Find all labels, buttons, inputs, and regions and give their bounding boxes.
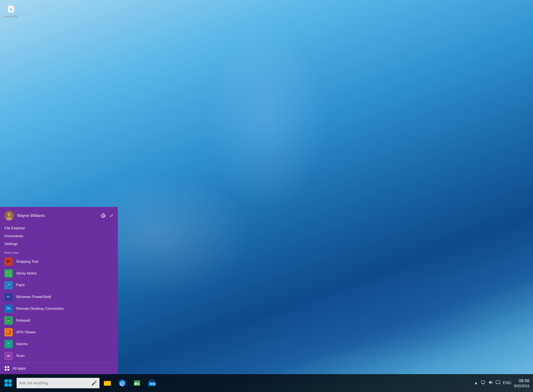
paint-icon bbox=[4, 281, 13, 289]
svg-rect-24 bbox=[7, 321, 10, 321]
svg-rect-55 bbox=[137, 383, 139, 383]
all-apps-button[interactable]: All apps bbox=[0, 363, 118, 374]
svg-line-5 bbox=[12, 8, 12, 12]
svg-text:PS: PS bbox=[7, 295, 10, 299]
network-icon[interactable] bbox=[481, 380, 486, 386]
app-item-xps-viewer[interactable]: XPS Viewer bbox=[0, 326, 118, 338]
alarms-label: Alarms bbox=[16, 342, 28, 346]
menu-link-documents[interactable]: Documents bbox=[4, 232, 113, 240]
svg-rect-59 bbox=[481, 381, 485, 383]
recycle-bin-icon[interactable]: Recycle Bin bbox=[2, 2, 20, 18]
taskbar: 🎤 bbox=[0, 374, 533, 392]
svg-rect-44 bbox=[7, 369, 9, 371]
svg-marker-62 bbox=[489, 381, 491, 384]
power-button[interactable]: ⏻ bbox=[101, 213, 106, 219]
svg-point-7 bbox=[7, 213, 11, 216]
svg-rect-22 bbox=[7, 318, 10, 319]
svg-rect-42 bbox=[7, 366, 9, 368]
svg-rect-47 bbox=[5, 383, 8, 387]
microphone-icon[interactable]: 🎤 bbox=[91, 380, 97, 386]
menu-link-settings[interactable]: Settings bbox=[4, 240, 113, 248]
start-button[interactable] bbox=[2, 377, 15, 390]
svg-rect-19 bbox=[7, 310, 10, 311]
user-name: Wayne Williams bbox=[17, 214, 45, 218]
xps-viewer-icon bbox=[4, 328, 13, 336]
taskbar-app-explorer[interactable] bbox=[100, 376, 114, 390]
xps-viewer-label: XPS Viewer bbox=[16, 330, 36, 334]
svg-rect-23 bbox=[7, 320, 10, 320]
start-menu-header: Wayne Williams ⏻ ⤢ bbox=[0, 207, 118, 223]
svg-point-11 bbox=[7, 284, 8, 285]
scan-label: Scan bbox=[16, 354, 25, 358]
windows-logo-icon bbox=[4, 379, 12, 387]
language-label[interactable]: ENG bbox=[503, 381, 511, 385]
sticky-notes-icon bbox=[4, 269, 13, 278]
notepad-label: Notepad bbox=[16, 318, 30, 323]
svg-rect-48 bbox=[9, 383, 12, 387]
search-input[interactable] bbox=[19, 381, 91, 385]
svg-point-13 bbox=[7, 285, 8, 286]
user-avatar bbox=[4, 211, 14, 220]
all-apps-icon bbox=[4, 366, 9, 371]
app-item-notepad[interactable]: Notepad bbox=[0, 315, 118, 326]
recycle-bin-svg bbox=[6, 3, 16, 14]
svg-text:BAG: BAG bbox=[150, 383, 156, 385]
svg-rect-41 bbox=[5, 366, 7, 368]
svg-rect-56 bbox=[137, 384, 139, 385]
svg-rect-10 bbox=[6, 283, 11, 288]
svg-rect-43 bbox=[5, 369, 7, 371]
volume-icon[interactable] bbox=[488, 380, 493, 386]
app-item-scan[interactable]: Scan bbox=[0, 350, 118, 362]
expand-button[interactable]: ⤢ bbox=[109, 213, 113, 219]
scan-icon bbox=[4, 352, 13, 360]
snipping-tool-icon: ✂ bbox=[4, 257, 13, 266]
start-menu: Wayne Williams ⏻ ⤢ File Explorer Documen… bbox=[0, 207, 118, 374]
svg-rect-45 bbox=[5, 379, 8, 383]
taskbar-app-file-manager[interactable] bbox=[130, 376, 144, 390]
all-apps-label: All apps bbox=[13, 366, 26, 371]
search-bar[interactable]: 🎤 bbox=[17, 378, 99, 388]
powershell-icon: PS bbox=[4, 293, 13, 301]
svg-rect-27 bbox=[7, 331, 9, 331]
rdp-label: Remote Desktop Connection bbox=[16, 307, 63, 311]
svg-point-12 bbox=[9, 284, 10, 285]
svg-rect-54 bbox=[135, 383, 137, 385]
app-item-powershell[interactable]: PS Windows PowerShell bbox=[0, 291, 118, 303]
taskbar-app-store[interactable]: BAG bbox=[145, 376, 159, 390]
app-item-alarms[interactable]: Alarms bbox=[0, 338, 118, 350]
alarms-icon bbox=[4, 340, 13, 348]
svg-rect-20 bbox=[7, 307, 10, 309]
file-explorer-taskbar-icon bbox=[104, 379, 111, 387]
paint-label: Paint bbox=[16, 283, 25, 287]
sticky-notes-label: Sticky Notes bbox=[16, 271, 37, 275]
svg-rect-53 bbox=[134, 381, 140, 382]
app-item-sticky-notes[interactable]: Sticky Notes bbox=[0, 267, 118, 279]
store-taskbar-icon: BAG bbox=[148, 379, 156, 387]
header-controls: ⏻ ⤢ bbox=[101, 213, 113, 219]
user-info[interactable]: Wayne Williams bbox=[4, 211, 45, 220]
app-list: ✂ Snipping Tool Sticky Notes bbox=[0, 256, 118, 362]
app-item-rdp[interactable]: Remote Desktop Connection bbox=[0, 303, 118, 315]
svg-rect-63 bbox=[496, 380, 500, 383]
svg-rect-18 bbox=[8, 310, 9, 310]
start-menu-links: File Explorer Documents Settings bbox=[0, 223, 118, 249]
svg-rect-46 bbox=[9, 379, 12, 383]
clock-date: 9/03/2015 bbox=[514, 384, 529, 388]
most-used-label: Most used bbox=[0, 249, 118, 256]
action-center-icon[interactable] bbox=[495, 380, 500, 386]
app-item-paint[interactable]: Paint bbox=[0, 279, 118, 291]
svg-rect-26 bbox=[7, 330, 10, 335]
powershell-label: Windows PowerShell bbox=[16, 295, 51, 299]
svg-rect-50 bbox=[104, 382, 111, 386]
desktop: Recycle Bin Wayne Williams ⏻ ⤢ bbox=[0, 0, 533, 392]
app-item-snipping-tool[interactable]: ✂ Snipping Tool bbox=[0, 256, 118, 267]
taskbar-app-edge[interactable] bbox=[115, 376, 129, 390]
clock[interactable]: 08:56 9/03/2015 bbox=[514, 378, 529, 388]
svg-point-14 bbox=[9, 285, 10, 286]
edge-taskbar-icon bbox=[118, 379, 126, 387]
show-hidden-icons[interactable]: ▲ bbox=[474, 381, 478, 385]
menu-link-file-explorer[interactable]: File Explorer bbox=[4, 224, 113, 232]
svg-rect-2 bbox=[10, 5, 12, 6]
snipping-tool-label: Snipping Tool bbox=[16, 259, 38, 264]
notepad-icon bbox=[4, 316, 13, 325]
